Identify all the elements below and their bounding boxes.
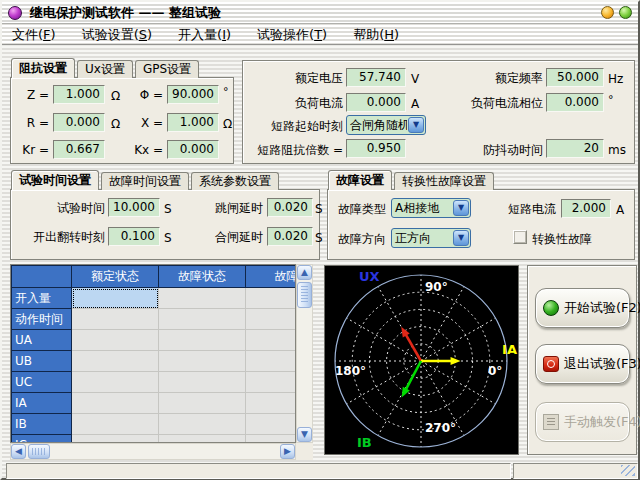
rated-voltage-input[interactable]: 57.740 — [346, 68, 406, 87]
table-cell[interactable] — [246, 351, 297, 372]
table-cell[interactable] — [159, 414, 246, 435]
short-current-input[interactable]: 2.000 — [561, 199, 611, 218]
table-cell[interactable] — [246, 372, 297, 393]
row-header[interactable]: IC — [12, 435, 72, 444]
resize-grip[interactable] — [621, 465, 635, 476]
rated-voltage-label: 额定电压 — [245, 69, 343, 87]
table-cell[interactable] — [159, 288, 246, 309]
table-cell[interactable] — [72, 330, 159, 351]
result-table-area: 额定状态故障状态故障转换开入量动作时间UAUBUCIAIBIC ▲ ▼ ◀ ▶ — [10, 264, 313, 460]
fault-type-combo[interactable]: A相接地 ▼ — [391, 198, 471, 218]
menu-bar: 文件(F) 试验设置(S) 开入量(I) 试验操作(T) 帮助(H) — [2, 25, 638, 46]
close-delay-input[interactable]: 0.020 — [267, 227, 313, 246]
tab-ux-settings[interactable]: Ux设置 — [77, 60, 133, 78]
fault-direction-label: 故障方向 — [334, 230, 386, 248]
menu-test-operation[interactable]: 试验操作(T) — [257, 26, 327, 44]
x-input[interactable]: 1.000 — [167, 113, 219, 132]
kx-input[interactable]: 0.000 — [167, 140, 219, 159]
scroll-up-icon[interactable]: ▲ — [297, 265, 312, 280]
scroll-left-icon[interactable]: ◀ — [11, 444, 26, 459]
flip-time-input[interactable]: 0.100 — [108, 227, 160, 246]
table-cell[interactable] — [72, 435, 159, 444]
close-button[interactable] — [619, 6, 632, 19]
tab-gps-settings[interactable]: GPS设置 — [135, 60, 199, 78]
impedance-factor-input[interactable]: 0.950 — [346, 139, 406, 158]
load-phase-input[interactable]: 0.000 — [546, 93, 604, 112]
column-header[interactable]: 故障状态 — [159, 266, 246, 288]
convert-fault-checkbox[interactable] — [513, 230, 527, 244]
rated-freq-input[interactable]: 50.000 — [546, 68, 604, 87]
manual-trigger-button[interactable]: 手动触发(F4) — [535, 402, 630, 442]
tab-test-time[interactable]: 试验时间设置 — [11, 170, 99, 190]
row-header[interactable]: UA — [12, 330, 72, 351]
table-corner[interactable] — [12, 266, 72, 288]
scroll-down-icon[interactable]: ▼ — [297, 427, 312, 442]
table-cell[interactable] — [72, 393, 159, 414]
table-cell[interactable] — [159, 435, 246, 444]
table-cell[interactable] — [159, 351, 246, 372]
result-table[interactable]: 额定状态故障状态故障转换开入量动作时间UAUBUCIAIBIC — [10, 264, 296, 443]
table-cell[interactable] — [246, 330, 297, 351]
chevron-down-icon[interactable]: ▼ — [408, 117, 424, 133]
table-cell[interactable] — [72, 288, 159, 309]
menu-help[interactable]: 帮助(H) — [353, 26, 399, 44]
test-time-unit: S — [164, 200, 172, 218]
debounce-input[interactable]: 20 — [546, 139, 604, 158]
start-test-button[interactable]: 开始试验(F2) — [535, 288, 630, 328]
table-cell[interactable] — [72, 309, 159, 330]
table-cell[interactable] — [246, 309, 297, 330]
menu-binary-input[interactable]: 开入量(I) — [178, 26, 231, 44]
row-header[interactable]: UC — [12, 372, 72, 393]
exit-test-button[interactable]: 退出试验(F3) — [535, 344, 630, 384]
tab-fault-time[interactable]: 故障时间设置 — [101, 172, 189, 190]
tab-impedance-settings[interactable]: 阻抗设置 — [11, 58, 75, 78]
table-cell[interactable] — [159, 372, 246, 393]
menu-test-settings[interactable]: 试验设置(S) — [82, 26, 152, 44]
row-header[interactable]: IA — [12, 393, 72, 414]
red-vector-head — [401, 327, 409, 338]
column-header[interactable]: 额定状态 — [72, 266, 159, 288]
table-cell[interactable] — [246, 414, 297, 435]
tab-fault-settings[interactable]: 故障设置 — [328, 170, 392, 190]
r-input[interactable]: 0.000 — [53, 113, 105, 132]
close-delay-label: 合闸延时 — [191, 228, 263, 246]
tab-system-params[interactable]: 系统参数设置 — [191, 172, 279, 190]
table-cell[interactable] — [246, 288, 297, 309]
table-vertical-scrollbar[interactable]: ▲ ▼ — [296, 264, 313, 443]
table-cell[interactable] — [72, 351, 159, 372]
row-header[interactable]: 动作时间 — [12, 309, 72, 330]
table-cell[interactable] — [159, 393, 246, 414]
title-bar[interactable]: 继电保护测试软件 —— 整组试验 — [2, 2, 638, 24]
load-current-unit: A — [411, 95, 419, 113]
load-phase-label: 负荷电流相位 — [465, 94, 543, 112]
test-time-input[interactable]: 10.000 — [108, 198, 160, 217]
row-header[interactable]: IB — [12, 414, 72, 435]
menu-file[interactable]: 文件(F) — [12, 26, 56, 44]
table-cell[interactable] — [159, 309, 246, 330]
row-header[interactable]: 开入量 — [12, 288, 72, 309]
z-input[interactable]: 1.000 — [53, 85, 105, 104]
table-cell[interactable] — [246, 435, 297, 444]
trip-delay-input[interactable]: 0.020 — [267, 198, 313, 217]
table-cell[interactable] — [72, 372, 159, 393]
column-header[interactable]: 故障转换 — [246, 266, 297, 288]
short-start-combo[interactable]: 合闸角随机 ▼ — [346, 115, 426, 135]
fault-direction-combo[interactable]: 正方向 ▼ — [391, 228, 471, 248]
row-header[interactable]: UB — [12, 351, 72, 372]
table-cell[interactable] — [72, 414, 159, 435]
chevron-down-icon[interactable]: ▼ — [453, 200, 469, 216]
table-cell[interactable] — [246, 393, 297, 414]
scroll-right-icon[interactable]: ▶ — [280, 444, 295, 459]
phi-input[interactable]: 90.000 — [167, 85, 219, 104]
minimize-button[interactable] — [601, 6, 614, 19]
chevron-down-icon[interactable]: ▼ — [453, 230, 469, 246]
r-label: R = — [13, 114, 49, 132]
horizontal-scroll-thumb[interactable] — [28, 444, 50, 459]
kr-input[interactable]: 0.667 — [53, 140, 105, 159]
tab-convert-fault-settings[interactable]: 转换性故障设置 — [394, 172, 494, 190]
table-cell[interactable] — [159, 330, 246, 351]
fault-direction-value: 正方向 — [392, 229, 452, 247]
table-horizontal-scrollbar[interactable]: ◀ ▶ — [10, 443, 296, 460]
load-current-input[interactable]: 0.000 — [346, 93, 406, 112]
vertical-scroll-thumb[interactable] — [297, 282, 312, 308]
